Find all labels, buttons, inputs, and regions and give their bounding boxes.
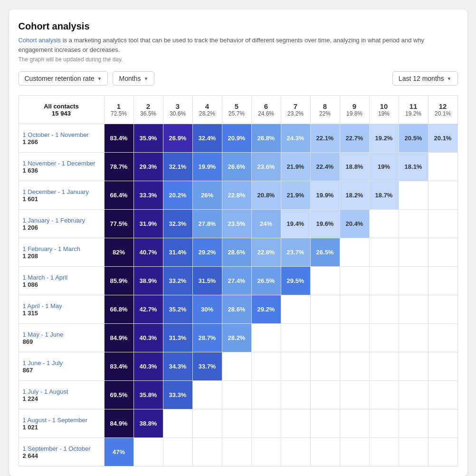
cell-6-8 xyxy=(340,295,369,324)
cell-1-9: 19% xyxy=(369,153,399,181)
cell-8-7 xyxy=(310,352,340,381)
cell-value: 22.8% xyxy=(228,192,246,199)
cell-1-7: 22.4% xyxy=(310,153,340,181)
cell-0-11: 20.1% xyxy=(428,124,457,153)
all-contacts-title: All contacts xyxy=(22,103,101,110)
cell-4-5: 22.8% xyxy=(251,238,281,267)
cell-11-1 xyxy=(133,438,163,466)
cell-5-0: 85.9% xyxy=(104,267,133,295)
cell-10-2 xyxy=(163,409,192,438)
cell-6-0: 66.8% xyxy=(104,295,133,324)
row-header-0: 1 October - 1 November1 266 xyxy=(19,124,104,153)
range-dropdown[interactable]: Last 12 months ▼ xyxy=(392,71,458,86)
cell-11-3 xyxy=(192,438,222,466)
row-label: 1 May - 1 June xyxy=(23,331,100,338)
cell-6-9 xyxy=(369,295,399,324)
cell-10-5 xyxy=(251,409,281,438)
cell-5-6: 29.5% xyxy=(281,267,310,295)
cell-1-11 xyxy=(428,153,457,181)
cohort-table: All contacts 15 943 172.5%236.5%330.6%42… xyxy=(19,95,458,466)
cell-8-6 xyxy=(281,352,310,381)
cell-value: 27.4% xyxy=(228,277,246,284)
cell-value: 33.7% xyxy=(199,363,216,370)
col-header-5: 525.7% xyxy=(222,96,251,124)
table-row: 1 February - 1 March1 20882%40.7%31.4%29… xyxy=(19,238,457,267)
row-count: 1 601 xyxy=(23,195,100,203)
cell-value: 19.9% xyxy=(199,163,216,170)
cell-value: 28.6% xyxy=(228,249,246,256)
cell-4-10 xyxy=(399,238,428,267)
row-header-11: 1 September - 1 October2 644 xyxy=(19,438,104,466)
col-header-2: 236.5% xyxy=(133,96,163,124)
cell-0-3: 32.4% xyxy=(192,124,222,153)
cell-value: 29.2% xyxy=(199,249,216,256)
table-row: 1 September - 1 October2 64447% xyxy=(19,438,457,466)
cell-value: 28.6% xyxy=(228,306,246,313)
cell-value: 84.9% xyxy=(110,420,128,427)
cell-7-4: 28.2% xyxy=(222,324,251,352)
col-pct: 19.2% xyxy=(402,110,425,117)
cell-0-2: 26.9% xyxy=(163,124,192,153)
cell-3-6: 19.4% xyxy=(281,210,310,238)
cell-value: 35.8% xyxy=(140,391,157,398)
cell-5-9 xyxy=(369,267,399,295)
cell-1-5: 23.6% xyxy=(251,153,281,181)
col-num: 6 xyxy=(255,102,278,110)
cell-8-9 xyxy=(369,352,399,381)
cell-10-6 xyxy=(281,409,310,438)
cell-value: 26.5% xyxy=(316,249,334,256)
cell-3-1: 31.9% xyxy=(133,210,163,238)
col-num: 11 xyxy=(402,102,425,110)
cell-7-6 xyxy=(281,324,310,352)
metric-label: Customer retention rate xyxy=(25,75,95,82)
cell-11-4 xyxy=(222,438,251,466)
col-pct: 20.1% xyxy=(431,110,455,117)
cell-3-11 xyxy=(428,210,457,238)
cell-2-6: 21.9% xyxy=(281,181,310,210)
cell-11-0: 47% xyxy=(104,438,133,466)
col-num: 5 xyxy=(225,102,248,110)
cell-value: 34.3% xyxy=(169,363,187,370)
cell-value: 20.4% xyxy=(346,220,363,227)
cell-8-3: 33.7% xyxy=(192,352,222,381)
cell-10-8 xyxy=(340,409,369,438)
cell-value: 26% xyxy=(201,192,213,199)
row-label: 1 June - 1 July xyxy=(23,359,100,367)
cell-value: 19.6% xyxy=(316,220,334,227)
cell-5-7 xyxy=(310,267,340,295)
table-row: 1 July - 1 August1 22469.5%35.8%33.3% xyxy=(19,381,457,409)
row-header-8: 1 June - 1 July867 xyxy=(19,352,104,381)
period-dropdown[interactable]: Months ▼ xyxy=(113,71,154,86)
cell-1-3: 19.9% xyxy=(192,153,222,181)
cell-9-9 xyxy=(369,381,399,409)
cohort-analysis-card: Cohort analysis Cohort analysis is a mar… xyxy=(9,10,467,476)
cell-9-1: 35.8% xyxy=(133,381,163,409)
row-count: 1 086 xyxy=(23,281,100,288)
row-label: 1 August - 1 September xyxy=(23,417,100,424)
cell-value: 18.2% xyxy=(346,192,363,199)
cell-value: 28.2% xyxy=(228,334,246,341)
metric-dropdown[interactable]: Customer retention rate ▼ xyxy=(19,71,108,86)
cell-8-0: 83.4% xyxy=(104,352,133,381)
cell-value: 31.5% xyxy=(199,277,216,284)
cell-value: 18.1% xyxy=(405,163,422,170)
cell-9-4 xyxy=(222,381,251,409)
cell-value: 21.9% xyxy=(287,163,305,170)
cell-9-8 xyxy=(340,381,369,409)
cell-value: 23.5% xyxy=(228,220,246,227)
cell-value: 22.4% xyxy=(316,163,334,170)
cell-7-10 xyxy=(399,324,428,352)
cohort-analysis-link[interactable]: Cohort analysis xyxy=(19,37,61,44)
update-note: The graph will be updated during the day… xyxy=(19,56,458,63)
cell-value: 19.2% xyxy=(375,135,393,142)
cell-7-8 xyxy=(340,324,369,352)
cell-value: 20.9% xyxy=(228,135,246,142)
cell-11-10 xyxy=(399,438,428,466)
cell-value: 26.6% xyxy=(228,163,246,170)
col-num: 7 xyxy=(284,102,307,110)
table-row: 1 May - 1 June86984.9%40.3%31.3%28.7%28.… xyxy=(19,324,457,352)
cell-9-6 xyxy=(281,381,310,409)
table-header-row: All contacts 15 943 172.5%236.5%330.6%42… xyxy=(19,96,457,124)
col-pct: 30.6% xyxy=(166,110,190,117)
row-header-9: 1 July - 1 August1 224 xyxy=(19,381,104,409)
